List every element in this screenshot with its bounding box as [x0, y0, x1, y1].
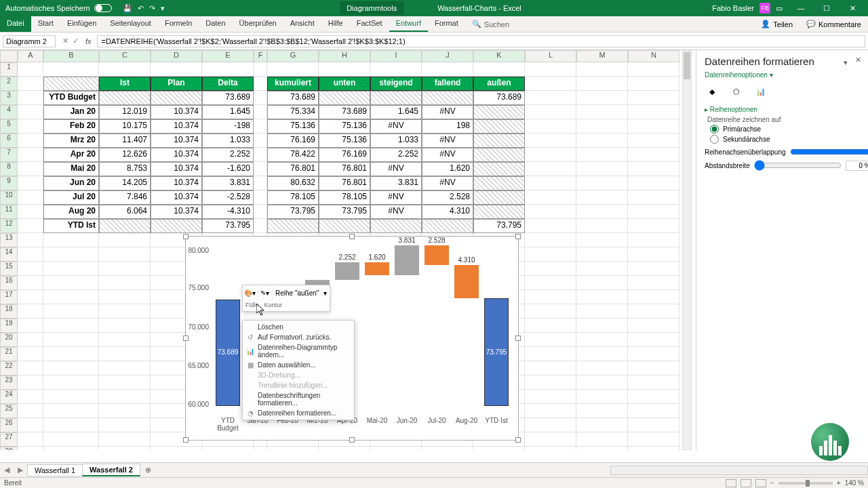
cell[interactable]	[628, 162, 679, 176]
bar-fallend[interactable]	[425, 245, 449, 265]
cell[interactable]: 10.374	[151, 205, 202, 219]
zoom-in-icon[interactable]: +	[837, 479, 841, 487]
cell[interactable]	[628, 148, 679, 162]
cell[interactable]: Ist	[99, 77, 151, 91]
cell[interactable]	[525, 148, 576, 162]
cell[interactable]	[576, 190, 628, 205]
sheet-tab-wasserfall1[interactable]: Wasserfall 1	[27, 464, 83, 476]
cell[interactable]	[576, 432, 628, 447]
cell[interactable]	[254, 190, 267, 205]
cell[interactable]	[43, 333, 99, 347]
cell[interactable]	[576, 404, 628, 418]
cell[interactable]: 6.064	[99, 205, 151, 219]
cell[interactable]	[43, 390, 99, 404]
cell[interactable]: 14.205	[99, 176, 151, 190]
cell[interactable]: -2.528	[202, 190, 254, 205]
cell[interactable]	[576, 447, 628, 450]
cell[interactable]	[525, 105, 576, 119]
autosave-toggle[interactable]: Automatisches Speichern	[0, 4, 117, 12]
redo-icon[interactable]: ↷	[149, 4, 155, 13]
cell[interactable]	[151, 91, 202, 105]
cell[interactable]	[267, 62, 319, 77]
cell[interactable]: 1.620	[422, 162, 473, 176]
cell[interactable]: YTD Ist	[43, 219, 99, 233]
cell[interactable]	[254, 134, 267, 148]
cell[interactable]	[18, 134, 43, 148]
cell[interactable]	[628, 119, 679, 134]
cell[interactable]	[628, 375, 679, 390]
tab-einfuegen[interactable]: Einfügen	[60, 16, 103, 32]
cell[interactable]	[628, 190, 679, 205]
view-normal-icon[interactable]	[726, 479, 736, 487]
cell[interactable]	[99, 347, 151, 361]
row-header[interactable]: 22	[0, 361, 18, 375]
cell[interactable]: Feb 20	[43, 119, 99, 134]
cell[interactable]: Aug 20	[43, 205, 99, 219]
cell[interactable]: -4.310	[202, 205, 254, 219]
row-header[interactable]: 1	[0, 62, 18, 77]
row-header[interactable]: 5	[0, 119, 18, 134]
cell[interactable]	[151, 219, 202, 233]
vertical-scrollbar[interactable]	[682, 50, 692, 450]
cell[interactable]	[18, 77, 43, 91]
col-header[interactable]: G	[267, 50, 319, 62]
cell[interactable]	[18, 361, 43, 375]
cell[interactable]	[525, 77, 576, 91]
col-header[interactable]: N	[628, 50, 679, 62]
row-header[interactable]: 6	[0, 134, 18, 148]
col-header[interactable]: D	[151, 50, 202, 62]
cell[interactable]: 10.374	[151, 176, 202, 190]
cell[interactable]	[473, 105, 525, 119]
tab-entwurf[interactable]: Entwurf	[389, 16, 428, 32]
maximize-button[interactable]: ☐	[814, 0, 840, 16]
search-box[interactable]: 🔍Suchen	[465, 16, 516, 32]
cell[interactable]	[43, 247, 99, 262]
cell[interactable]	[525, 347, 576, 361]
cell[interactable]: 10.374	[151, 162, 202, 176]
cell[interactable]: 1.033	[202, 134, 254, 148]
cell[interactable]	[525, 375, 576, 390]
sheet-nav-next[interactable]: ▶	[14, 466, 27, 474]
cell[interactable]	[99, 219, 151, 233]
cell[interactable]	[628, 205, 679, 219]
tab-format[interactable]: Format	[428, 16, 465, 32]
cell[interactable]	[18, 276, 43, 290]
bar-steigend[interactable]	[395, 245, 419, 275]
cell[interactable]	[525, 418, 576, 432]
cell[interactable]	[18, 290, 43, 304]
cell[interactable]	[628, 404, 679, 418]
cell[interactable]: fallend	[422, 77, 473, 91]
cell[interactable]: 1.033	[370, 134, 422, 148]
row-header[interactable]: 13	[0, 233, 18, 247]
row-header[interactable]: 15	[0, 262, 18, 276]
cell[interactable]: 10.374	[151, 134, 202, 148]
cell[interactable]	[370, 62, 422, 77]
row-header[interactable]: 2	[0, 77, 18, 91]
cell[interactable]: 78.105	[319, 190, 370, 205]
cell[interactable]: #NV	[370, 190, 422, 205]
tab-ueberpruefen[interactable]: Überprüfen	[233, 16, 283, 32]
cell[interactable]	[628, 276, 679, 290]
cell[interactable]: 75.136	[267, 119, 319, 134]
cell[interactable]	[525, 190, 576, 205]
cell[interactable]	[18, 304, 43, 319]
cell[interactable]	[628, 304, 679, 319]
cell[interactable]	[254, 62, 267, 77]
cell[interactable]	[628, 262, 679, 276]
close-button[interactable]: ✕	[840, 0, 865, 16]
chart-handle[interactable]	[183, 234, 189, 239]
view-layout-icon[interactable]	[741, 479, 751, 487]
cell[interactable]: #NV	[422, 134, 473, 148]
cell[interactable]	[43, 432, 99, 447]
tab-start[interactable]: Start	[31, 16, 60, 32]
cell[interactable]: Jun 20	[43, 176, 99, 190]
cell[interactable]	[525, 134, 576, 148]
cell[interactable]	[254, 119, 267, 134]
row-header[interactable]: 19	[0, 319, 18, 333]
cell[interactable]	[43, 290, 99, 304]
row-header[interactable]: 27	[0, 432, 18, 447]
cell[interactable]	[525, 262, 576, 276]
cell[interactable]: 78.422	[267, 148, 319, 162]
cell[interactable]	[267, 447, 319, 450]
context-menu-item[interactable]: ▦Daten auswählen...	[243, 360, 354, 370]
